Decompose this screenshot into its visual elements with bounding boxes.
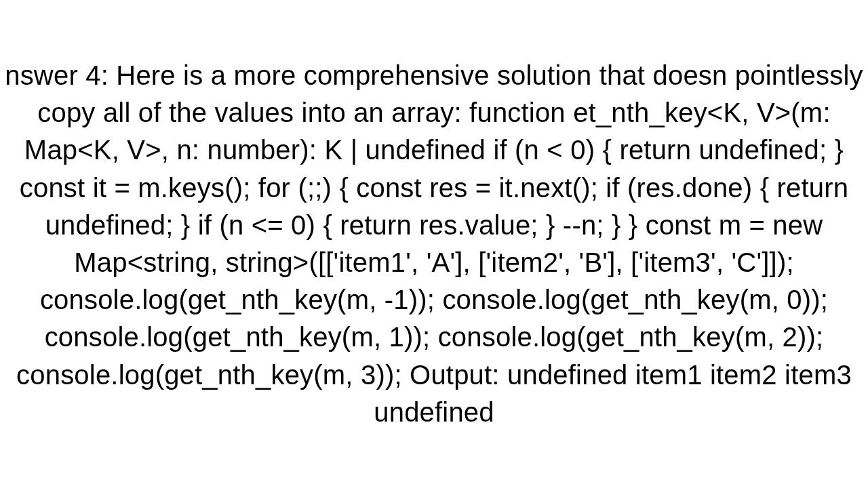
document-text: nswer 4: Here is a more comprehensive so… xyxy=(0,57,868,431)
